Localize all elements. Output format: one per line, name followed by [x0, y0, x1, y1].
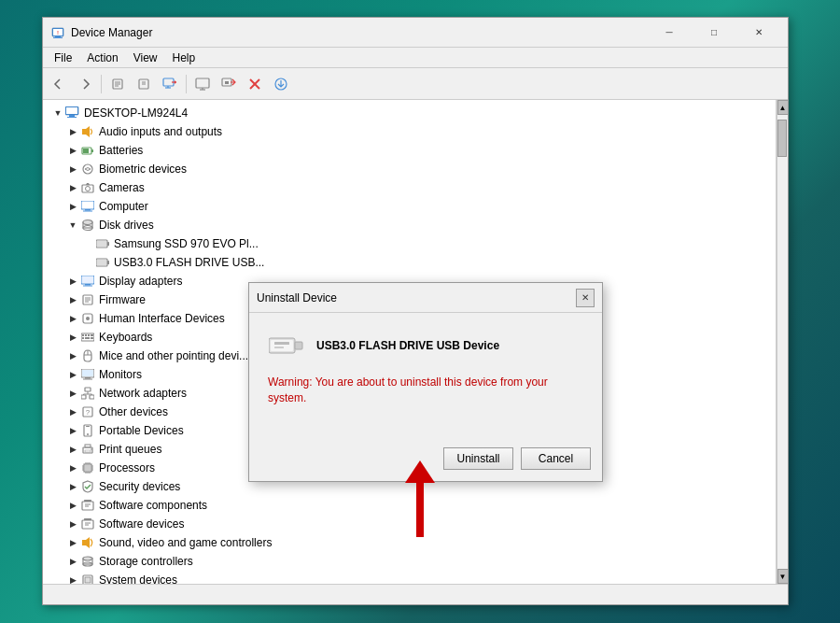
dialog-device-name: USB3.0 FLASH DRIVE USB Device — [316, 339, 499, 352]
hid-label: Human Interface Devices — [99, 312, 225, 325]
svg-rect-63 — [91, 337, 93, 339]
tree-item-sound[interactable]: ▶ Sound, video and game controllers — [43, 533, 776, 552]
network-icon — [80, 386, 95, 401]
update-driver-button[interactable] — [217, 72, 241, 96]
tree-item-storage[interactable]: ▶ Storage controllers — [43, 552, 776, 571]
svg-rect-61 — [82, 337, 84, 339]
audio-expand[interactable]: ▶ — [65, 124, 80, 139]
tree-item-usb-drive[interactable]: USB3.0 FLASH DRIVE USB... — [43, 253, 776, 272]
svg-rect-62 — [85, 337, 90, 339]
disk-expand[interactable]: ▼ — [65, 218, 80, 233]
tree-item-audio[interactable]: ▶ Audio inputs and outputs — [43, 122, 776, 141]
computer-icon — [65, 106, 80, 120]
system-icon — [80, 573, 95, 584]
other-expand[interactable]: ▶ — [65, 404, 80, 419]
scrollbar[interactable]: ▲ ▼ — [777, 100, 788, 584]
dialog-device-row: USB3.0 FLASH DRIVE USB Device — [268, 332, 583, 360]
tree-item-samsung-ssd[interactable]: Samsung SSD 970 EVO Pl... — [43, 234, 776, 253]
delete-button[interactable] — [243, 72, 267, 96]
svg-point-85 — [91, 448, 92, 450]
monitors-expand[interactable]: ▶ — [65, 367, 80, 382]
root-expand[interactable]: ▼ — [50, 106, 65, 120]
tree-item-software-components[interactable]: ▶ Software components — [43, 496, 776, 515]
device-manager-window: ! Device Manager ─ □ ✕ File Action View … — [42, 17, 789, 605]
computer-expand[interactable]: ▶ — [65, 199, 80, 214]
download-button[interactable] — [269, 72, 293, 96]
show-props-button[interactable] — [105, 72, 130, 96]
monitor-button[interactable] — [190, 72, 215, 96]
back-button[interactable] — [47, 72, 71, 96]
svg-rect-101 — [84, 500, 91, 502]
svg-rect-2 — [53, 37, 63, 38]
menu-view[interactable]: View — [126, 50, 165, 66]
forward-button[interactable] — [73, 72, 97, 96]
uninstall-button[interactable]: Uninstall — [443, 447, 513, 470]
cameras-expand[interactable]: ▶ — [65, 180, 80, 195]
security-expand[interactable]: ▶ — [65, 479, 80, 494]
portable-expand[interactable]: ▶ — [65, 423, 80, 438]
cameras-icon — [80, 180, 95, 195]
svg-rect-116 — [295, 342, 302, 349]
cancel-button[interactable]: Cancel — [521, 447, 591, 470]
menu-file[interactable]: File — [47, 50, 79, 66]
menu-help[interactable]: Help — [165, 50, 203, 66]
pc-icon — [80, 199, 95, 214]
network-expand[interactable]: ▶ — [65, 386, 80, 401]
svg-rect-29 — [91, 149, 93, 152]
tree-item-cameras[interactable]: ▶ Cameras — [43, 178, 776, 197]
samsung-label: Samsung SSD 970 EVO Pl... — [114, 237, 259, 250]
monitor-icon — [80, 367, 95, 382]
print-label: Print queues — [99, 443, 161, 456]
tree-item-batteries[interactable]: ▶ Batteries — [43, 141, 776, 160]
maximize-button[interactable]: □ — [693, 18, 735, 48]
sound-expand[interactable]: ▶ — [65, 535, 80, 550]
scroll-track[interactable] — [777, 115, 788, 569]
menu-action[interactable]: Action — [79, 50, 125, 66]
close-button[interactable]: ✕ — [737, 18, 780, 48]
biometric-label: Biometric devices — [99, 163, 187, 176]
mice-expand[interactable]: ▶ — [65, 348, 80, 363]
minimize-button[interactable]: ─ — [648, 18, 691, 48]
softcomp-expand[interactable]: ▶ — [65, 498, 80, 513]
svg-rect-115 — [271, 340, 293, 351]
firmware-expand[interactable]: ▶ — [65, 292, 80, 307]
scroll-thumb[interactable] — [777, 120, 787, 157]
svg-rect-68 — [85, 377, 91, 379]
mice-label: Mice and other pointing devi... — [99, 349, 248, 362]
dialog-close-button[interactable]: ✕ — [576, 289, 595, 307]
usb-label: USB3.0 FLASH DRIVE USB... — [114, 256, 264, 269]
biometric-expand[interactable]: ▶ — [65, 162, 80, 177]
softdev-expand[interactable]: ▶ — [65, 517, 80, 531]
tree-item-software-devices[interactable]: ▶ Software devices — [43, 515, 776, 533]
software-comp-icon — [80, 498, 95, 513]
storage-expand[interactable]: ▶ — [65, 554, 80, 569]
processor-icon — [80, 460, 95, 475]
scroll-up[interactable]: ▲ — [777, 100, 789, 115]
hid-expand[interactable]: ▶ — [65, 311, 80, 326]
print-expand[interactable]: ▶ — [65, 442, 80, 457]
other-label: Other devices — [99, 405, 168, 418]
software-devices-label: Software devices — [99, 517, 184, 531]
network-label: Network adapters — [99, 387, 187, 400]
security-icon — [80, 479, 95, 494]
svg-rect-108 — [82, 540, 86, 545]
svg-rect-44 — [97, 260, 106, 265]
tree-item-disk[interactable]: ▼ Disk drives — [43, 216, 776, 234]
scroll-down[interactable]: ▼ — [777, 569, 789, 584]
keyboard-icon — [80, 330, 95, 345]
system-expand[interactable]: ▶ — [65, 573, 80, 584]
display-expand[interactable]: ▶ — [65, 274, 80, 289]
processors-expand[interactable]: ▶ — [65, 460, 80, 475]
batteries-expand[interactable]: ▶ — [65, 143, 80, 158]
keyboards-expand[interactable]: ▶ — [65, 330, 80, 345]
tree-item-biometric[interactable]: ▶ Biometric devices — [43, 160, 776, 178]
tree-root[interactable]: ▼ DESKTOP-LM924L4 — [43, 104, 776, 122]
dialog-content: USB3.0 FLASH DRIVE USB Device Warning: Y… — [249, 313, 602, 440]
toolbar-btn-2[interactable] — [132, 72, 156, 96]
svg-rect-83 — [85, 445, 91, 447]
scan-changes-button[interactable] — [158, 72, 182, 96]
tree-item-computer[interactable]: ▶ Computer — [43, 197, 776, 216]
svg-rect-30 — [83, 149, 89, 153]
tree-item-system[interactable]: ▶ System devices — [43, 571, 776, 584]
security-label: Security devices — [99, 480, 180, 493]
